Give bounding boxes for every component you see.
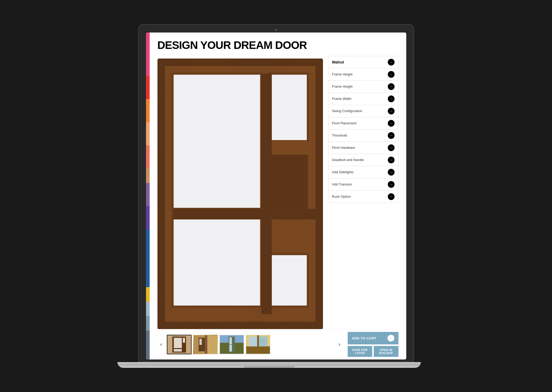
svg-rect-26	[229, 337, 232, 344]
config-arrow[interactable]	[388, 83, 395, 90]
open-in-builder-button[interactable]: OPEN IN BUILDER	[374, 346, 398, 357]
svg-rect-27	[229, 345, 232, 352]
door-preview-area	[157, 56, 323, 329]
config-arrow[interactable]	[388, 120, 395, 127]
prev-arrow[interactable]: ‹	[157, 340, 165, 348]
config-item-frame-height-1[interactable]: Frame Height	[328, 68, 398, 81]
camera-notch	[275, 29, 277, 31]
config-item-deadbolt-handle[interactable]: Deadbolt and Handle	[328, 154, 398, 166]
svg-rect-13	[174, 338, 182, 348]
laptop-wrapper: DESIGN YOUR DREAM DOOR	[138, 24, 414, 368]
config-item-label: Threshold	[332, 133, 347, 137]
config-item-frame-height-2[interactable]: Frame Height	[328, 81, 398, 93]
svg-rect-5	[269, 141, 308, 155]
svg-rect-14	[183, 338, 185, 343]
save-for-later-button[interactable]: SAVE FOR LATER	[348, 346, 372, 357]
config-item-label: Deadbolt and Handle	[332, 158, 364, 162]
svg-rect-3	[172, 73, 261, 209]
config-item-pivot-placement[interactable]: Pivot Placement	[328, 117, 398, 130]
laptop-bezel: DESIGN YOUR DREAM DOOR	[138, 24, 414, 362]
color-swatch-orange	[146, 99, 150, 122]
config-header[interactable]: Walnut	[328, 56, 398, 68]
config-arrow[interactable]	[388, 144, 395, 151]
color-swatch-tan	[146, 169, 150, 183]
config-arrow[interactable]	[388, 95, 395, 102]
color-swatch-dpurple	[146, 206, 150, 229]
config-item-label: Pivot Placement	[332, 121, 357, 125]
config-item-swing-configuration[interactable]: Swing Configuration	[328, 105, 398, 117]
svg-rect-9	[172, 209, 323, 219]
svg-rect-21	[199, 339, 202, 345]
config-item-label: Frame Width	[332, 97, 351, 101]
color-swatch-midblue	[146, 316, 150, 331]
color-swatch-yellow	[146, 287, 150, 302]
config-item-rush-option[interactable]: Rush Option	[328, 191, 398, 203]
svg-rect-19	[205, 335, 207, 354]
color-swatch-lightblue	[146, 302, 150, 316]
color-swatch-pink	[146, 33, 150, 76]
door-image	[157, 59, 323, 329]
config-arrow[interactable]	[388, 132, 395, 139]
color-swatch-darkblue	[146, 331, 150, 359]
svg-rect-4	[269, 73, 308, 141]
svg-rect-15	[174, 349, 182, 351]
thumbnail-2[interactable]	[193, 335, 218, 354]
add-to-cart-label: ADD TO CART	[352, 336, 377, 340]
thumbnails-container	[167, 335, 334, 354]
config-arrow[interactable]	[388, 169, 395, 176]
body-area: Walnut Frame Height Frame Height Fr	[150, 53, 406, 329]
thumbnail-4[interactable]	[246, 335, 270, 354]
config-item-add-sidelights[interactable]: Add Sidelights	[328, 166, 398, 178]
config-header-label: Walnut	[332, 60, 344, 64]
svg-rect-31	[249, 337, 257, 346]
header-area: DESIGN YOUR DREAM DOOR	[150, 33, 406, 53]
config-item-label: Add Transom	[332, 182, 352, 186]
svg-rect-6	[269, 155, 308, 209]
color-swatch-peach	[146, 122, 150, 145]
svg-rect-8	[172, 216, 261, 307]
config-item-label: Swing Configuration	[332, 109, 362, 113]
svg-rect-30	[246, 346, 270, 354]
config-arrow[interactable]	[388, 71, 395, 78]
config-arrow[interactable]	[388, 108, 395, 114]
config-arrow[interactable]	[388, 157, 395, 163]
page-title: DESIGN YOUR DREAM DOOR	[157, 40, 398, 51]
config-item-label: Rush Option	[332, 195, 351, 198]
config-item-label: Frame Height	[332, 72, 353, 76]
laptop-screen: DESIGN YOUR DREAM DOOR	[146, 33, 406, 360]
laptop-base	[117, 362, 421, 368]
bottom-buttons: SAVE FOR LATER OPEN IN BUILDER	[348, 346, 398, 357]
color-swatch-coral	[146, 145, 150, 169]
thumbnail-1[interactable]	[167, 335, 192, 354]
color-swatch-purple	[146, 183, 150, 206]
add-to-cart-arrow-icon	[388, 335, 394, 342]
svg-rect-33	[257, 335, 259, 346]
svg-rect-32	[258, 337, 267, 346]
config-item-label: Add Sidelights	[332, 170, 354, 174]
svg-rect-7	[269, 254, 308, 306]
color-strip	[146, 33, 150, 360]
thumbnail-strip: ‹	[150, 329, 406, 359]
config-item-threshold[interactable]: Threshold	[328, 130, 398, 142]
thumbnail-3[interactable]	[219, 335, 244, 354]
config-item-label: Frame Height	[332, 85, 353, 88]
config-arrow[interactable]	[388, 193, 395, 200]
main-content: DESIGN YOUR DREAM DOOR	[146, 33, 406, 360]
svg-rect-18	[207, 335, 217, 354]
config-item-pivot-hardware[interactable]: Pivot Hardware	[328, 142, 398, 154]
color-swatch-red	[146, 76, 150, 99]
config-item-label: Pivot Hardware	[332, 146, 355, 150]
color-swatch-blue	[146, 229, 150, 287]
config-item-add-transom[interactable]: Add Transom	[328, 178, 398, 191]
add-to-cart-button[interactable]: ADD TO CART	[348, 332, 398, 344]
config-item-frame-width[interactable]: Frame Width	[328, 93, 398, 105]
config-panel: Walnut Frame Height Frame Height Fr	[328, 56, 398, 329]
config-header-arrow[interactable]	[388, 59, 395, 66]
next-arrow[interactable]: ›	[336, 340, 344, 348]
config-arrow[interactable]	[388, 181, 395, 188]
svg-rect-10	[261, 73, 271, 314]
